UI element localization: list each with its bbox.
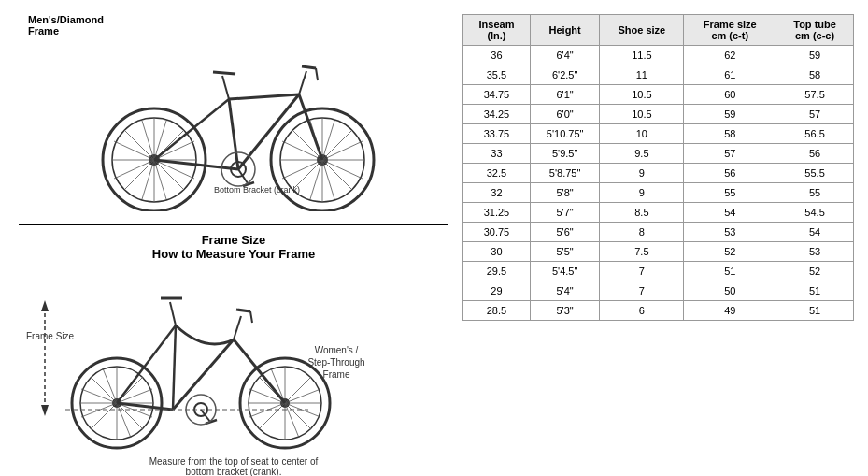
table-row: 28.55'3"64951 xyxy=(463,301,854,321)
table-cell: 54.5 xyxy=(776,203,854,223)
table-cell: 30.75 xyxy=(463,223,531,242)
womens-section-wrap: Frame Size xyxy=(19,265,448,476)
table-cell: 56 xyxy=(776,144,854,164)
table-cell: 58 xyxy=(776,65,854,85)
table-cell: 54 xyxy=(684,203,776,223)
svg-text:Frame Size: Frame Size xyxy=(26,331,75,341)
svg-line-28 xyxy=(299,94,322,160)
table-cell: 34.25 xyxy=(463,105,531,124)
svg-line-27 xyxy=(154,99,229,160)
table-body: 366'4"11.5625935.56'2.5"11615834.756'1"1… xyxy=(463,46,854,321)
table-cell: 34.75 xyxy=(463,85,531,105)
table-cell: 8 xyxy=(600,223,684,242)
table-cell: 51 xyxy=(776,281,854,301)
table-cell: 61 xyxy=(684,65,776,85)
svg-line-33 xyxy=(316,68,318,80)
table-cell: 6'1" xyxy=(530,85,599,105)
table-cell: 32.5 xyxy=(463,164,531,183)
table-cell: 33 xyxy=(463,144,531,164)
table-cell: 6 xyxy=(600,301,684,321)
col-frame-size: Frame sizecm (c-t) xyxy=(684,15,776,46)
table-row: 34.256'0"10.55957 xyxy=(463,105,854,124)
table-cell: 56 xyxy=(684,164,776,183)
table-cell: 9.5 xyxy=(600,144,684,164)
table-cell: 57 xyxy=(684,144,776,164)
table-cell: 11.5 xyxy=(600,46,684,65)
svg-marker-40 xyxy=(41,300,49,311)
table-cell: 59 xyxy=(776,46,854,65)
table-row: 31.255'7"8.55454.5 xyxy=(463,203,854,223)
col-shoe-size: Shoe size xyxy=(600,15,684,46)
svg-text:Frame: Frame xyxy=(323,369,350,380)
table-row: 33.755'10.75"105856.5 xyxy=(463,124,854,144)
table-cell: 30 xyxy=(463,242,531,262)
table-row: 30.755'6"85354 xyxy=(463,223,854,242)
table-cell: 52 xyxy=(684,242,776,262)
table-cell: 5'5" xyxy=(530,242,599,262)
table-cell: 53 xyxy=(684,223,776,242)
table-cell: 10 xyxy=(600,124,684,144)
table-cell: 9 xyxy=(600,183,684,203)
table-cell: 33.75 xyxy=(463,124,531,144)
table-cell: 57.5 xyxy=(776,85,854,105)
table-cell: 55 xyxy=(684,183,776,203)
table-cell: 6'0" xyxy=(530,105,599,124)
table-cell: 59 xyxy=(684,105,776,124)
table-cell: 5'8.75" xyxy=(530,164,599,183)
frame-how-to: How to Measure Your Frame xyxy=(152,247,315,261)
bottom-caption: Measure from the top of seat to center o… xyxy=(19,456,448,476)
table-cell: 5'7" xyxy=(530,203,599,223)
svg-line-65 xyxy=(173,339,234,410)
svg-line-29 xyxy=(222,76,229,99)
table-cell: 5'10.75" xyxy=(530,124,599,144)
table-cell: 8.5 xyxy=(600,203,684,223)
svg-line-24 xyxy=(229,94,299,99)
svg-text:Step-Through: Step-Through xyxy=(307,357,364,368)
table-row: 325'8"95555 xyxy=(463,183,854,203)
mens-bike-svg: Bottom Bracket (crank) xyxy=(75,38,392,211)
svg-text:Bottom Bracket (crank): Bottom Bracket (crank) xyxy=(214,185,300,195)
table-cell: 35.5 xyxy=(463,65,531,85)
table-cell: 5'8" xyxy=(530,183,599,203)
table-row: 35.56'2.5"116158 xyxy=(463,65,854,85)
mens-label: Men's/DiamondFrame xyxy=(28,14,104,36)
table-row: 305'5"7.55253 xyxy=(463,242,854,262)
table-row: 335'9.5"9.55756 xyxy=(463,144,854,164)
table-cell: 28.5 xyxy=(463,301,531,321)
right-panel: Inseam(In.) Height Shoe size Frame sizec… xyxy=(458,9,859,325)
frame-size-title: Frame Size xyxy=(202,233,266,247)
table-cell: 10.5 xyxy=(600,85,684,105)
table-cell: 57 xyxy=(776,105,854,124)
svg-line-71 xyxy=(234,316,241,339)
womens-bike-svg: Frame Size xyxy=(19,265,374,452)
svg-line-73 xyxy=(250,311,252,323)
table-cell: 5'6" xyxy=(530,223,599,242)
size-chart-table: Inseam(In.) Height Shoe size Frame sizec… xyxy=(462,14,854,321)
table-cell: 51 xyxy=(684,262,776,281)
table-cell: 5'4.5" xyxy=(530,262,599,281)
table-cell: 5'4" xyxy=(530,281,599,301)
table-cell: 55 xyxy=(776,183,854,203)
svg-line-30 xyxy=(213,72,235,74)
table-cell: 5'9.5" xyxy=(530,144,599,164)
table-cell: 32 xyxy=(463,183,531,203)
table-cell: 58 xyxy=(684,124,776,144)
table-cell: 5'3" xyxy=(530,301,599,321)
table-row: 295'4"75051 xyxy=(463,281,854,301)
table-row: 34.756'1"10.56057.5 xyxy=(463,85,854,105)
table-cell: 53 xyxy=(776,242,854,262)
svg-line-69 xyxy=(170,302,176,325)
table-cell: 55.5 xyxy=(776,164,854,183)
svg-line-63 xyxy=(173,325,176,410)
table-cell: 9 xyxy=(600,164,684,183)
table-cell: 36 xyxy=(463,46,531,65)
table-cell: 52 xyxy=(776,262,854,281)
svg-line-25 xyxy=(238,94,299,169)
table-row: 366'4"11.56259 xyxy=(463,46,854,65)
table-cell: 54 xyxy=(776,223,854,242)
svg-line-32 xyxy=(302,66,316,68)
col-inseam: Inseam(In.) xyxy=(463,15,531,46)
table-cell: 60 xyxy=(684,85,776,105)
mens-section: Men's/DiamondFrame xyxy=(19,14,448,211)
table-cell: 62 xyxy=(684,46,776,65)
